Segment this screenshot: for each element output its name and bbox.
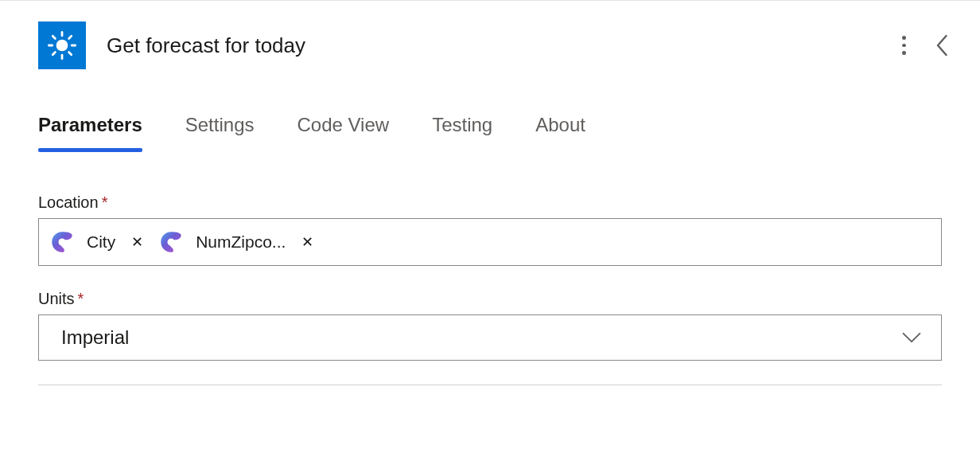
tab-about[interactable]: About [535,114,585,147]
svg-point-9 [58,238,65,245]
location-input[interactable]: City ✕ NumZipco... ✕ [38,218,942,266]
copilot-icon [49,228,76,256]
tab-settings[interactable]: Settings [185,114,255,147]
token-city: City ✕ [49,228,148,256]
chevron-left-icon [935,33,950,57]
copilot-icon [158,228,185,256]
units-value: Imperial [61,326,129,349]
tabs: Parameters Settings Code View Testing Ab… [38,114,942,147]
token-zip-remove[interactable]: ✕ [297,233,318,251]
svg-line-7 [52,53,55,55]
units-label-text: Units [38,290,75,307]
more-vertical-icon [902,36,906,40]
tab-testing[interactable]: Testing [432,114,492,147]
action-title: Get forecast for today [107,33,305,58]
header: Get forecast for today [38,21,942,69]
svg-line-8 [69,36,72,38]
chevron-down-icon [901,331,922,344]
token-zip-label: NumZipco... [196,232,286,252]
more-button[interactable] [894,36,913,55]
location-label-text: Location [38,193,99,211]
svg-line-6 [69,53,72,55]
header-actions [894,33,950,57]
required-mark: * [78,290,84,307]
collapse-button[interactable] [935,33,950,57]
svg-line-5 [52,36,55,38]
required-mark: * [102,193,108,211]
sun-icon [38,21,86,69]
units-label: Units* [38,290,942,308]
tab-parameters[interactable]: Parameters [38,114,142,147]
svg-point-0 [56,40,68,52]
field-location: Location* [38,193,942,266]
divider [38,385,942,385]
panel-container: Get forecast for today Parameters Settin… [0,1,980,385]
svg-point-10 [168,238,175,245]
token-city-remove[interactable]: ✕ [126,233,148,251]
token-zip: NumZipco... ✕ [158,228,318,256]
units-select[interactable]: Imperial [38,314,942,361]
location-label: Location* [38,193,942,212]
token-city-label: City [87,232,115,252]
tab-code-view[interactable]: Code View [297,114,389,147]
field-units: Units* Imperial [38,290,942,361]
